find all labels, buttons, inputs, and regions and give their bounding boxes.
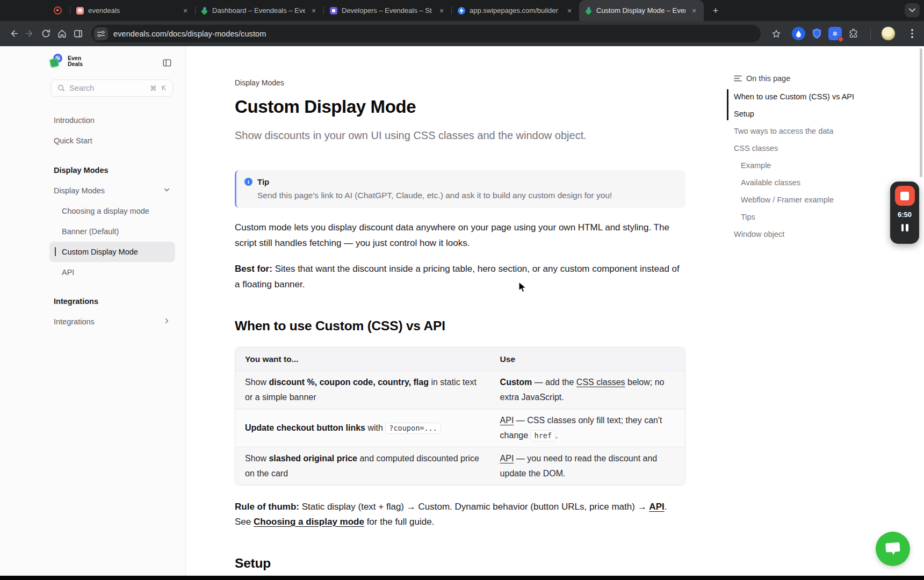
sidebar-item-introduction[interactable]: Introduction bbox=[0, 110, 185, 130]
page-scrollbar-thumb[interactable] bbox=[920, 48, 922, 177]
sidebar-item-banner-default[interactable]: Banner (Default) bbox=[0, 221, 185, 242]
search-placeholder: Search bbox=[69, 84, 145, 92]
sidebar-group-display-modes[interactable]: Display Modes bbox=[0, 180, 185, 201]
url-text: evendeals.com/docs/display-modes/custom bbox=[113, 30, 266, 38]
article: Display Modes Custom Display Mode Show d… bbox=[235, 46, 685, 571]
stop-recording-button[interactable] bbox=[895, 186, 915, 206]
column-header-want: You want to... bbox=[235, 347, 490, 371]
text-segment: Static display (text + flag) → Custom. D… bbox=[299, 502, 649, 512]
back-button[interactable] bbox=[5, 26, 21, 42]
table-cell-use: API — CSS classes only fill text; they c… bbox=[490, 409, 685, 447]
extension-shield-icon[interactable] bbox=[810, 27, 824, 40]
column-header-use: Use bbox=[490, 347, 685, 371]
extension-snowflake-icon[interactable]: ❄ bbox=[828, 27, 842, 40]
profile-avatar[interactable] bbox=[881, 26, 896, 41]
extensions-puzzle-icon[interactable] bbox=[847, 27, 860, 40]
browser-menu-button[interactable] bbox=[906, 29, 919, 38]
address-bar[interactable]: evendeals.com/docs/display-modes/custom bbox=[91, 25, 761, 42]
tab-dashboard[interactable]: Dashboard – Evendeals – Eve ✕ bbox=[195, 0, 323, 21]
tab-swipepages[interactable]: app.swipepages.com/builder ✕ bbox=[451, 0, 579, 21]
text-segment: Rule of thumb: bbox=[235, 502, 299, 512]
toolbar-divider bbox=[870, 28, 871, 39]
toc-item-two-ways[interactable]: Two ways to access the data bbox=[734, 122, 871, 140]
sidebar-group-integrations[interactable]: Integrations bbox=[0, 311, 185, 332]
extension-droplet-icon[interactable] bbox=[792, 27, 805, 40]
sidebar-item-quick-start[interactable]: Quick Start bbox=[0, 130, 185, 151]
close-tab-icon[interactable]: ✕ bbox=[690, 6, 698, 15]
tab-search-button[interactable] bbox=[905, 3, 920, 17]
breadcrumb: Display Modes bbox=[235, 46, 685, 87]
sidebar-item-choosing-display-mode[interactable]: Choosing a display mode bbox=[0, 201, 185, 221]
table-row: Update checkout button links with ?coupo… bbox=[235, 409, 685, 447]
toc-item-when-to-use[interactable]: When to use Custom (CSS) vs API bbox=[734, 88, 871, 105]
code-span: ?coupon=... bbox=[385, 423, 441, 434]
sidebar-toggle-button[interactable] bbox=[161, 57, 173, 69]
text-segment: slashed original price bbox=[269, 454, 357, 463]
tip-label: Tip bbox=[257, 177, 269, 186]
chevron-down-icon bbox=[163, 186, 170, 195]
best-for-paragraph: Best for: Sites that want the discount i… bbox=[235, 261, 685, 292]
evendeals-logo-icon: % bbox=[50, 54, 64, 69]
toc-item-example[interactable]: Example bbox=[734, 157, 871, 174]
sidebar-item-api[interactable]: API bbox=[0, 262, 185, 282]
sidebar-nav: Introduction Quick Start Display Modes D… bbox=[0, 110, 185, 332]
screen-recorder-widget: 6:50 bbox=[890, 182, 919, 244]
close-tab-icon[interactable]: ✕ bbox=[309, 6, 318, 15]
inline-link[interactable]: API bbox=[649, 502, 664, 512]
search-input[interactable]: Search ⌘ K bbox=[50, 79, 173, 97]
sidebar-section-display-modes: Display Modes bbox=[0, 160, 185, 180]
toc-item-css-classes[interactable]: CSS classes bbox=[734, 140, 871, 157]
text-segment: Custom bbox=[500, 378, 532, 387]
sidebar-section-integrations: Integrations bbox=[0, 291, 185, 311]
reload-button[interactable] bbox=[38, 26, 54, 42]
search-icon bbox=[57, 84, 65, 92]
toc-list-icon bbox=[734, 75, 742, 82]
text-segment: discount %, coupon code, country, flag bbox=[269, 378, 429, 387]
toc-item-available-classes[interactable]: Available classes bbox=[734, 174, 871, 191]
side-panel-button[interactable] bbox=[70, 26, 86, 42]
toc-active-indicator bbox=[727, 89, 728, 120]
tab-title: Developers – Evendeals – St bbox=[342, 6, 433, 15]
chat-launcher-button[interactable] bbox=[876, 532, 910, 566]
intro-paragraph: Custom mode lets you display discount da… bbox=[235, 220, 685, 251]
tab-custom-display-mode-active[interactable]: Custom Display Mode – Even ✕ bbox=[579, 0, 704, 21]
bookmark-star-button[interactable] bbox=[768, 26, 784, 42]
toc-item-window-object[interactable]: Window object bbox=[734, 226, 871, 243]
table-row: Show discount %, coupon code, country, f… bbox=[235, 371, 685, 409]
toc-item-setup[interactable]: Setup bbox=[734, 105, 871, 122]
text-segment: for the full guide. bbox=[364, 517, 434, 527]
pause-recording-button[interactable] bbox=[901, 224, 908, 231]
new-tab-button[interactable]: + bbox=[708, 3, 723, 18]
section-title-setup: Setup bbox=[235, 555, 685, 571]
toc-item-tips[interactable]: Tips bbox=[734, 208, 871, 226]
panel-left-icon bbox=[162, 58, 172, 68]
inline-link[interactable]: CSS classes bbox=[576, 378, 625, 387]
forward-button[interactable] bbox=[21, 26, 38, 42]
close-tab-icon[interactable]: ✕ bbox=[565, 6, 574, 15]
chat-bubble-icon bbox=[884, 541, 901, 557]
shortcut-k-key: K bbox=[162, 84, 166, 92]
inline-link[interactable]: API bbox=[500, 416, 514, 425]
inline-link[interactable]: Choosing a display mode bbox=[254, 517, 364, 527]
evendeals-logo[interactable]: % EvenDeals bbox=[50, 54, 83, 69]
toc-item-webflow-framer[interactable]: Webflow / Framer example bbox=[734, 191, 871, 208]
close-tab-icon[interactable]: ✕ bbox=[181, 6, 190, 15]
site-settings-icon[interactable] bbox=[94, 27, 108, 40]
browser-window: evendeals ✕ Dashboard – Evendeals – Eve … bbox=[0, 0, 924, 580]
table-header-row: You want to... Use bbox=[235, 347, 685, 371]
close-tab-icon[interactable]: ✕ bbox=[437, 6, 446, 15]
notification-badge bbox=[838, 37, 843, 42]
chevron-down-icon bbox=[909, 8, 915, 12]
inline-link[interactable]: API bbox=[500, 454, 514, 463]
tab-title: Custom Display Mode – Even bbox=[596, 6, 685, 15]
home-button[interactable] bbox=[54, 26, 70, 42]
tab-developers[interactable]: Developers – Evendeals – St ✕ bbox=[323, 0, 451, 21]
sidebar-item-custom-display-mode[interactable]: Custom Display Mode bbox=[49, 242, 175, 262]
on-this-page-toc: On this page When to use Custom (CSS) vs… bbox=[734, 74, 871, 243]
tab-title: app.swipepages.com/builder bbox=[470, 6, 561, 15]
table-row: Show slashed original price and computed… bbox=[235, 447, 685, 485]
text-segment: . bbox=[555, 431, 558, 440]
evendeals-gem-favicon bbox=[201, 7, 208, 15]
table-cell-use: Custom — add the CSS classes below; no e… bbox=[490, 371, 685, 409]
tab-evendeals[interactable]: evendeals ✕ bbox=[70, 0, 195, 21]
